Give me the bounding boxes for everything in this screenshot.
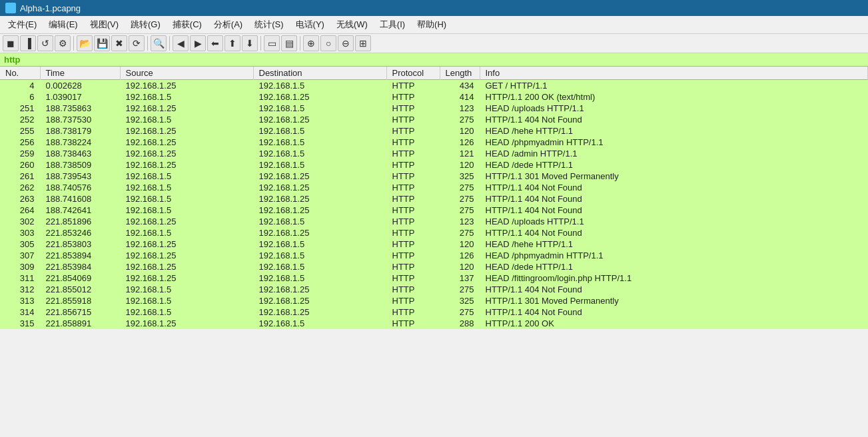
table-row[interactable]: 264188.742641192.168.1.5192.168.1.25HTTP…	[0, 205, 868, 216]
cell-src: 192.168.1.5	[120, 171, 253, 182]
table-row[interactable]: 40.002628192.168.1.25192.168.1.5HTTP434G…	[0, 80, 868, 92]
cell-no: 313	[0, 295, 40, 306]
menu-item-menu-wireless[interactable]: 无线(W)	[331, 17, 373, 32]
close-icon[interactable]: ✖	[111, 35, 127, 51]
cell-proto: HTTP	[386, 103, 440, 114]
fit-icon[interactable]: ⊞	[355, 35, 371, 51]
table-row[interactable]: 312221.855012192.168.1.5192.168.1.25HTTP…	[0, 284, 868, 295]
table-row[interactable]: 311221.854069192.168.1.25192.168.1.5HTTP…	[0, 272, 868, 284]
cell-time: 188.741608	[40, 193, 120, 205]
table-row[interactable]: 305221.853803192.168.1.25192.168.1.5HTTP…	[0, 238, 868, 250]
cell-len: 275	[440, 284, 480, 295]
cell-proto: HTTP	[386, 171, 440, 182]
cell-dst: 192.168.1.25	[253, 182, 386, 193]
table-row[interactable]: 252188.737530192.168.1.5192.168.1.25HTTP…	[0, 114, 868, 125]
table-row[interactable]: 261188.739543192.168.1.5192.168.1.25HTTP…	[0, 171, 868, 182]
header-source: Source	[120, 67, 253, 80]
scroll-up-icon[interactable]: ⬆	[224, 35, 240, 51]
cell-src: 192.168.1.25	[120, 318, 253, 329]
zoom-in-icon[interactable]: ⊕	[303, 35, 319, 51]
cell-proto: HTTP	[386, 137, 440, 148]
table-row[interactable]: 260188.738509192.168.1.25192.168.1.5HTTP…	[0, 159, 868, 171]
cell-info: HTTP/1.1 404 Not Found	[480, 284, 868, 295]
menu-item-menu-file[interactable]: 文件(E)	[3, 17, 42, 32]
cell-src: 192.168.1.5	[120, 91, 253, 103]
cell-dst: 192.168.1.5	[253, 261, 386, 272]
save-icon[interactable]: 💾	[94, 35, 110, 51]
cell-no: 260	[0, 159, 40, 171]
cell-dst: 192.168.1.25	[253, 91, 386, 103]
menu-item-menu-stats[interactable]: 统计(S)	[249, 17, 288, 32]
cell-len: 325	[440, 171, 480, 182]
cell-dst: 192.168.1.5	[253, 148, 386, 159]
cell-no: 302	[0, 216, 40, 227]
find-icon[interactable]: 🔍	[151, 35, 167, 51]
cell-len: 120	[440, 261, 480, 272]
table-row[interactable]: 314221.856715192.168.1.5192.168.1.25HTTP…	[0, 306, 868, 318]
cell-time: 188.742641	[40, 205, 120, 216]
back-icon[interactable]: ◀	[173, 35, 189, 51]
forward-icon[interactable]: ▶	[190, 35, 206, 51]
restart-icon[interactable]: ↺	[37, 35, 53, 51]
cell-info: HEAD /hehe HTTP/1.1	[480, 125, 868, 137]
cell-len: 123	[440, 103, 480, 114]
table-row[interactable]: 315221.858891192.168.1.25192.168.1.5HTTP…	[0, 318, 868, 329]
menu-item-menu-edit[interactable]: 编辑(E)	[43, 17, 83, 32]
table-row[interactable]: 307221.853894192.168.1.25192.168.1.5HTTP…	[0, 250, 868, 261]
table-row[interactable]: 256188.738224192.168.1.25192.168.1.5HTTP…	[0, 137, 868, 148]
cell-proto: HTTP	[386, 80, 440, 92]
cell-info: HEAD /dede HTTP/1.1	[480, 159, 868, 171]
table-row[interactable]: 251188.735863192.168.1.25192.168.1.5HTTP…	[0, 103, 868, 114]
cell-dst: 192.168.1.25	[253, 306, 386, 318]
packet-table: No. Time Source Destination Protocol Len…	[0, 67, 868, 329]
reload-icon[interactable]: ⟳	[129, 35, 145, 51]
menu-item-menu-analyze[interactable]: 分析(A)	[209, 17, 248, 32]
cell-len: 434	[440, 80, 480, 92]
table-row[interactable]: 61.039017192.168.1.5192.168.1.25HTTP414H…	[0, 91, 868, 103]
zoom-out-icon[interactable]: ⊖	[338, 35, 354, 51]
cell-proto: HTTP	[386, 272, 440, 284]
table-row[interactable]: 302221.851896192.168.1.25192.168.1.5HTTP…	[0, 216, 868, 227]
cell-time: 188.738179	[40, 125, 120, 137]
cell-time: 221.855918	[40, 295, 120, 306]
window-title: Alpha-1.pcapng	[20, 3, 81, 13]
table-row[interactable]: 303221.853246192.168.1.5192.168.1.25HTTP…	[0, 227, 868, 238]
cell-no: 263	[0, 193, 40, 205]
table-row[interactable]: 259188.738463192.168.1.25192.168.1.5HTTP…	[0, 148, 868, 159]
zoom-normal-icon[interactable]: ○	[320, 35, 336, 51]
table-row[interactable]: 313221.855918192.168.1.5192.168.1.25HTTP…	[0, 295, 868, 306]
stop-icon[interactable]: ◼	[3, 35, 19, 51]
filter-input[interactable]	[23, 55, 864, 65]
prefs-icon[interactable]: ⚙	[55, 35, 71, 51]
cell-time: 221.853803	[40, 238, 120, 250]
menu-item-menu-view[interactable]: 视图(V)	[85, 17, 124, 32]
toolbar-separator	[73, 36, 74, 51]
prev-icon[interactable]: ⬅	[207, 35, 223, 51]
cell-dst: 192.168.1.5	[253, 272, 386, 284]
table-header: No. Time Source Destination Protocol Len…	[0, 67, 868, 80]
table-row[interactable]: 262188.740576192.168.1.5192.168.1.25HTTP…	[0, 182, 868, 193]
cell-time: 188.738224	[40, 137, 120, 148]
title-bar: Alpha-1.pcapng	[0, 0, 868, 16]
open-icon[interactable]: 📂	[77, 35, 93, 51]
menu-item-menu-help[interactable]: 帮助(H)	[412, 17, 452, 32]
table-row[interactable]: 309221.853984192.168.1.25192.168.1.5HTTP…	[0, 261, 868, 272]
cell-no: 315	[0, 318, 40, 329]
cell-proto: HTTP	[386, 91, 440, 103]
cell-dst: 192.168.1.25	[253, 227, 386, 238]
bytes-icon[interactable]: ▤	[281, 35, 297, 51]
cell-src: 192.168.1.25	[120, 238, 253, 250]
cell-time: 221.854069	[40, 272, 120, 284]
menu-item-menu-tools[interactable]: 工具(I)	[374, 17, 410, 32]
cell-no: 303	[0, 227, 40, 238]
table-row[interactable]: 263188.741608192.168.1.5192.168.1.25HTTP…	[0, 193, 868, 205]
menu-item-menu-capture[interactable]: 捕获(C)	[167, 17, 207, 32]
pane-toggle-icon[interactable]: ▭	[264, 35, 280, 51]
cell-src: 192.168.1.25	[120, 250, 253, 261]
menu-item-menu-go[interactable]: 跳转(G)	[125, 17, 166, 32]
menu-item-menu-phone[interactable]: 电话(Y)	[290, 17, 330, 32]
table-row[interactable]: 255188.738179192.168.1.25192.168.1.5HTTP…	[0, 125, 868, 137]
start-icon[interactable]: ▐	[20, 35, 36, 51]
cell-dst: 192.168.1.5	[253, 103, 386, 114]
scroll-down-icon[interactable]: ⬇	[242, 35, 258, 51]
